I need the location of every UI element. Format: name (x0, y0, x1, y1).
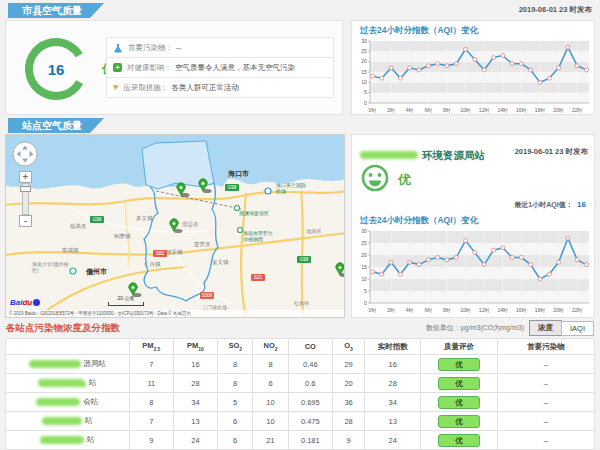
baidu-logo-text: du (22, 298, 32, 307)
value-cell: 0.695 (288, 393, 332, 412)
svg-text:10: 10 (361, 79, 367, 85)
toggle-iaqi[interactable]: IAQI (561, 321, 594, 336)
toggle-concentration[interactable]: 浓度 (529, 320, 562, 336)
redacted-station-name (36, 398, 80, 406)
svg-text:0: 0 (364, 100, 367, 106)
svg-text:18时: 18时 (535, 307, 546, 313)
column-header: 实时指数 (365, 339, 421, 355)
value-cell: 7 (129, 412, 173, 431)
column-header (6, 339, 130, 355)
measures-row: ♥ 应采取措施： 各类人群可正常活动 (106, 77, 334, 98)
svg-text:15: 15 (361, 69, 367, 75)
table-row[interactable]: 站7136100.4752813优-- (6, 412, 595, 431)
station-aqi-chart: 0510152025300时2时4时6时8时10时12时14时16时18时20时… (355, 228, 593, 314)
primary-pollutant-cell: -- (497, 393, 594, 412)
station-chart-title: 过去24小时分指数（AQI）变化 (360, 215, 478, 227)
primary-pollutant-cell: -- (497, 412, 594, 431)
value-cell: 0.181 (288, 431, 332, 450)
recent-aqi-label: 最近1小时AQI值： (514, 201, 572, 208)
table-row[interactable]: 站1128860.62028优-- (6, 374, 595, 393)
station-name: 环境资源局站 (422, 149, 485, 161)
column-header: CO (288, 339, 332, 355)
road-shield: S82 (153, 250, 167, 257)
map-pan-control[interactable] (12, 141, 38, 171)
column-header: O3 (332, 339, 364, 355)
redacted-station-name (40, 436, 84, 444)
value-cell: 28 (173, 374, 217, 393)
recent-aqi-value: 16 (577, 200, 586, 209)
value-cell: 10 (253, 412, 288, 431)
city-aqi-value: 16 (20, 33, 92, 105)
info-label: 首要污染物： (128, 43, 173, 53)
tab-station-air-quality[interactable]: 站点空气质量 (8, 118, 104, 133)
value-cell: 6 (218, 412, 253, 431)
value-cell: 9 (129, 431, 173, 450)
value-cell: 8 (218, 374, 253, 393)
road-shield: G98 (297, 256, 311, 263)
map-scale-label: 20 公里 (118, 295, 135, 301)
svg-text:14时: 14时 (497, 307, 508, 313)
primary-pollutant-row: 首要污染物： -- (106, 37, 334, 58)
svg-text:S82: S82 (156, 251, 165, 256)
primary-pollutant-cell: -- (497, 374, 594, 393)
publish-time: 2019-06-01 23 时发布 (519, 5, 592, 15)
column-header: SO2 (218, 339, 253, 355)
city-chart-title: 过去24小时分指数（AQI）变化 (360, 25, 594, 37)
column-header: NO2 (253, 339, 288, 355)
table-row[interactable]: 站9246210.181924优-- (6, 431, 595, 450)
station-map[interactable]: G98G98S82S21S306G98 海口市儋州市定安县富文镇澄迈县临高县多文… (5, 134, 345, 318)
station-name-cell: 站 (6, 431, 130, 450)
value-cell: 0.46 (288, 355, 332, 374)
primary-pollutant-cell: -- (497, 431, 594, 450)
svg-text:30: 30 (361, 228, 367, 234)
map-attribution: © 2019 Baidu - GS(2018)5572号 - 甲测资字11009… (6, 310, 344, 317)
value-cell: 16 (173, 355, 217, 374)
value-cell: 20 (332, 374, 364, 393)
svg-text:S21: S21 (254, 275, 263, 280)
zoom-in-button[interactable]: + (19, 171, 32, 183)
svg-text:S306: S306 (202, 293, 213, 298)
svg-text:25: 25 (361, 48, 367, 54)
station-header: 环境资源局站 2019-06-01 23 时发布 (360, 145, 588, 163)
rating-badge: 优 (438, 358, 480, 371)
svg-text:20: 20 (361, 58, 367, 64)
svg-text:15: 15 (361, 264, 367, 270)
info-value: -- (176, 43, 181, 52)
station-name-cell: 站 (6, 374, 130, 393)
map-zoom-control: + - (19, 171, 32, 227)
redacted-station-name (38, 379, 86, 387)
redacted-station-name (29, 360, 81, 368)
value-cell: 6 (218, 431, 253, 450)
info-value: 各类人群可正常活动 (171, 83, 239, 93)
road-shield: S306 (200, 292, 214, 299)
svg-text:0: 0 (364, 300, 367, 306)
airport-poi-icon (265, 188, 271, 194)
table-row[interactable]: 源局站716880.462916优-- (6, 355, 595, 374)
tab-city-air-quality[interactable]: 市县空气质量 (8, 3, 104, 18)
zoom-out-button[interactable]: - (19, 215, 32, 227)
svg-text:25: 25 (361, 240, 367, 246)
svg-text:12时: 12时 (479, 107, 490, 113)
table-row[interactable]: 会站8345100.6953634优-- (6, 393, 595, 412)
zoom-slider-handle[interactable] (20, 186, 31, 192)
svg-text:5: 5 (364, 288, 367, 294)
measure-heart-icon: ♥ (113, 83, 118, 92)
zoom-slider[interactable] (22, 183, 29, 215)
value-cell: 7 (129, 355, 173, 374)
svg-text:12时: 12时 (479, 307, 490, 313)
map-canvas: G98G98S82S21S306G98 (6, 135, 345, 318)
svg-text:20时: 20时 (553, 107, 564, 113)
svg-text:8时: 8时 (443, 107, 451, 113)
health-plus-icon: + (113, 63, 122, 72)
svg-text:14时: 14时 (497, 107, 508, 113)
rating-cell: 优 (421, 393, 498, 412)
value-cell: 6 (253, 374, 288, 393)
table-header-row: PM2.5PM10SO2NO2COO3实时指数质量评价首要污染物 (6, 339, 595, 355)
rating-badge: 优 (438, 434, 480, 447)
column-header: 质量评价 (421, 339, 498, 355)
svg-text:G98: G98 (300, 257, 309, 262)
svg-text:G98: G98 (228, 185, 237, 190)
svg-text:G98: G98 (93, 217, 102, 222)
station-name-cell: 站 (6, 412, 130, 431)
value-cell: 10 (253, 393, 288, 412)
